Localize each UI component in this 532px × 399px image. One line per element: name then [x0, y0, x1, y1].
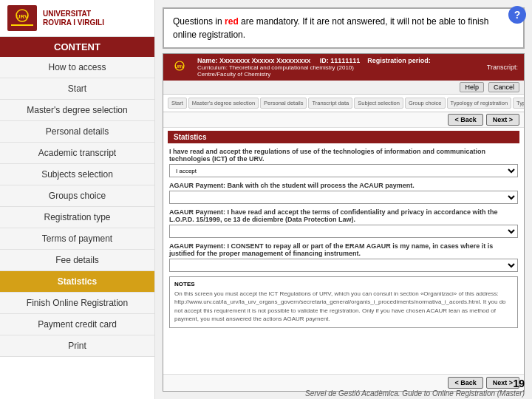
- step-item-1[interactable]: Master's degree selection: [188, 98, 259, 109]
- step-item-4[interactable]: Subject selection: [354, 98, 403, 109]
- back-button-top[interactable]: < Back: [448, 114, 482, 126]
- svg-rect-3: [11, 24, 33, 26]
- notice-box: Questions in red are mandatory. If it ar…: [163, 7, 525, 49]
- sidebar-header: URV UNIVERSITAT ROVIRA I VIRGILI: [0, 0, 154, 37]
- frame-header-right: Transcript:: [487, 64, 518, 71]
- sidebar-item-registration-type[interactable]: Registration type: [0, 207, 154, 228]
- svg-text:URV: URV: [16, 13, 29, 20]
- sidebar-item-how-to-access[interactable]: How to access: [0, 57, 154, 78]
- curriculum-line: Curriculum: Theoretical and computationa…: [197, 64, 487, 71]
- notes-text: On this screen you must accept the ICT R…: [174, 290, 513, 323]
- main-content: Questions in red are mandatory. If it ar…: [155, 0, 532, 399]
- faculty-label: Centre/Faculty of Chemistry: [197, 71, 270, 78]
- form-section-label-0: I have read and accept the regulations o…: [169, 148, 518, 163]
- step-item-7[interactable]: Types and terms of payment: [513, 98, 525, 109]
- sidebar-item-master-s-degree-selection[interactable]: Master's degree selection: [0, 100, 154, 121]
- form-section-label-1: AGAUR Payment: Bank with ch the student …: [169, 182, 518, 189]
- sidebar: URV UNIVERSITAT ROVIRA I VIRGILI CONTENT…: [0, 0, 155, 399]
- faculty-line: Centre/Faculty of Chemistry: [197, 71, 487, 78]
- form-select-0[interactable]: I accept: [169, 164, 518, 177]
- form-section-2: AGAUR Payment: I have read and accept th…: [169, 208, 518, 238]
- notice-red: red: [225, 16, 239, 27]
- frame-student-info: Name: Xxxxxxxx Xxxxxx Xxxxxxxxx ID: 1111…: [194, 57, 487, 78]
- form-section-label-3: AGAUR Payment: I CONSENT to repay all or…: [169, 242, 518, 257]
- footer-text: Servei de Gestió Acadèmica. Guide to Onl…: [305, 389, 525, 398]
- inner-frame: URV Name: Xxxxxxxx Xxxxxx Xxxxxxxxx ID: …: [163, 53, 525, 392]
- form-section-3: AGAUR Payment: I CONSENT to repay all or…: [169, 242, 518, 272]
- sidebar-item-start[interactable]: Start: [0, 78, 154, 100]
- reg-period-label: Registration period:: [367, 57, 431, 64]
- frame-name-line: Name: Xxxxxxxx Xxxxxx Xxxxxxxxx ID: 1111…: [197, 57, 487, 64]
- curriculum-label: Curriculum:: [197, 64, 228, 71]
- nav-buttons-top: < Back Next >: [163, 112, 524, 128]
- help-cancel-bar: Help Cancel: [163, 81, 524, 95]
- transcript-label: Transcript:: [487, 64, 518, 71]
- sidebar-item-terms-of-payment[interactable]: Terms of payment: [0, 228, 154, 250]
- step-item-5[interactable]: Group choice: [405, 98, 446, 109]
- curriculum-value: Theoretical and computational chemistry …: [229, 64, 354, 71]
- notes-title: NOTES: [174, 280, 513, 288]
- form-select-3[interactable]: [169, 259, 518, 272]
- sidebar-item-fee-details[interactable]: Fee details: [0, 250, 154, 271]
- form-select-2[interactable]: [169, 225, 518, 238]
- name-label: Name:: [197, 57, 218, 64]
- help-icon-top[interactable]: ?: [508, 6, 526, 24]
- step-item-3[interactable]: Transcript data: [308, 98, 352, 109]
- sidebar-item-finish-online-registration[interactable]: Finish Online Registration: [0, 293, 154, 314]
- frame-logo: URV: [169, 58, 194, 76]
- stats-content: I have read and accept the regulations o…: [163, 145, 524, 374]
- university-name: UNIVERSITAT ROVIRA I VIRGILI: [43, 10, 104, 27]
- content-label: CONTENT: [0, 37, 154, 57]
- notice-prefix: Questions in: [173, 16, 225, 27]
- notes-box: NOTES On this screen you must accept the…: [169, 276, 518, 328]
- steps-bar: StartMaster's degree selectionPersonal d…: [163, 95, 524, 112]
- id-label: ID:: [320, 57, 329, 64]
- sidebar-item-statistics[interactable]: Statistics: [0, 271, 154, 293]
- form-section-0: I have read and accept the regulations o…: [169, 148, 518, 177]
- sidebar-item-academic-transcript[interactable]: Academic transcript: [0, 143, 154, 164]
- page-footer: 19 Servei de Gestió Acadèmica. Guide to …: [155, 376, 532, 399]
- next-button-top[interactable]: Next >: [486, 114, 519, 126]
- page-number: 19: [513, 378, 525, 389]
- university-logo: URV: [7, 5, 37, 31]
- svg-text:URV: URV: [175, 64, 185, 69]
- sidebar-item-personal-details[interactable]: Personal details: [0, 121, 154, 143]
- step-item-6[interactable]: Typology of registration: [447, 98, 512, 109]
- form-select-1[interactable]: [169, 191, 518, 204]
- cancel-button[interactable]: Cancel: [488, 82, 519, 92]
- frame-header: URV Name: Xxxxxxxx Xxxxxx Xxxxxxxxx ID: …: [163, 54, 524, 81]
- form-section-1: AGAUR Payment: Bank with ch the student …: [169, 182, 518, 204]
- form-section-label-2: AGAUR Payment: I have read and accept th…: [169, 208, 518, 223]
- student-name: Xxxxxxxx Xxxxxx Xxxxxxxxx: [219, 57, 310, 64]
- help-button[interactable]: Help: [460, 82, 484, 92]
- sidebar-item-payment-credit-card[interactable]: Payment credit card: [0, 314, 154, 335]
- section-title: Statistics: [168, 131, 519, 143]
- student-id: 11111111: [330, 57, 360, 64]
- sidebar-item-groups-choice[interactable]: Groups choice: [0, 185, 154, 207]
- sidebar-item-subjects-selection[interactable]: Subjects selection: [0, 164, 154, 185]
- sidebar-nav: How to accessStartMaster's degree select…: [0, 57, 154, 399]
- step-item-0[interactable]: Start: [168, 98, 187, 109]
- step-item-2[interactable]: Personal details: [260, 98, 307, 109]
- sidebar-item-print[interactable]: Print: [0, 335, 154, 357]
